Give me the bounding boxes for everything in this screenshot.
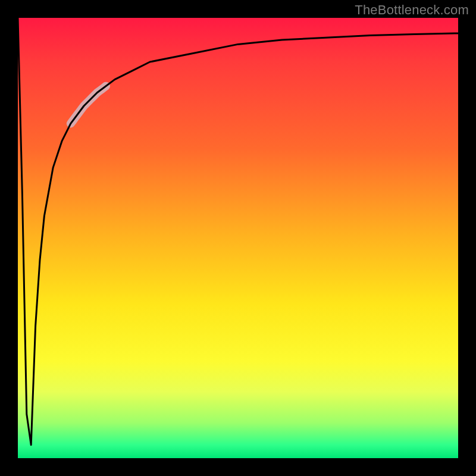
- bottleneck-curve: [18, 18, 458, 445]
- attribution-text: TheBottleneck.com: [355, 2, 469, 18]
- curve-layer: [18, 18, 458, 458]
- chart-frame: TheBottleneck.com: [0, 0, 476, 476]
- plot-area: [18, 18, 458, 458]
